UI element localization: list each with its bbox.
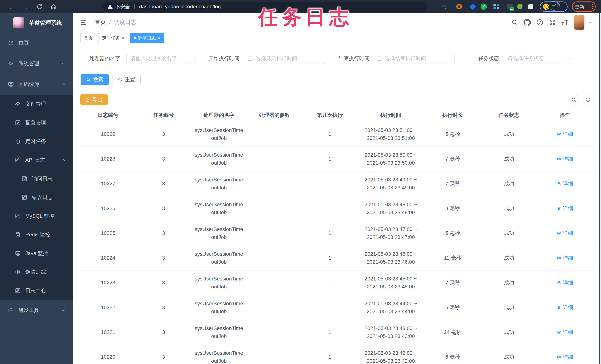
handler-name: sysUserSessionTimeoutJob	[195, 201, 243, 217]
detail-link[interactable]: 详细	[557, 254, 573, 262]
end-time-label: 结束执行时间	[339, 55, 370, 62]
search-icon[interactable]	[509, 16, 521, 29]
detail-link-label: 详细	[563, 254, 573, 262]
breadcrumb-home[interactable]: 首页	[95, 19, 106, 26]
browser-menu-icon[interactable]	[592, 4, 593, 9]
tab-scheduled-tasks[interactable]: 定时任务 ×	[99, 33, 128, 43]
extension-grid-icon[interactable]	[492, 3, 500, 10]
handler-name: sysUserSessionTimeoutJob	[195, 324, 243, 340]
divider	[134, 4, 135, 10]
browser-reload-icon[interactable]	[32, 0, 47, 13]
export-button[interactable]: 导出	[80, 94, 108, 105]
extension-green-icon[interactable]: ✓	[480, 3, 487, 10]
reset-button[interactable]: 重置	[112, 74, 140, 85]
exec-time-start: 2021-05-03 23:50:00 ~	[358, 151, 424, 159]
end-time-input[interactable]	[373, 53, 455, 64]
fullscreen-icon[interactable]	[546, 16, 559, 29]
github-icon[interactable]	[521, 16, 534, 29]
browser-forward-icon[interactable]: →	[19, 0, 32, 13]
close-icon[interactable]: ×	[158, 36, 160, 40]
eye-icon	[15, 269, 20, 275]
detail-link[interactable]: 详细	[557, 131, 573, 138]
sidebar-item-system[interactable]: 系统管理	[0, 53, 73, 74]
search-button[interactable]: 搜索	[81, 74, 109, 85]
detail-link[interactable]: 详细	[557, 354, 573, 361]
cell-exec-time: 2021-05-03 23:48:00 ~ 2021-05-03 23:48:0…	[358, 196, 424, 221]
detail-link[interactable]: 详细	[557, 279, 573, 286]
show-search-button[interactable]	[569, 95, 579, 105]
sidebar-item-dev-tools[interactable]: 研发工具	[0, 300, 73, 321]
sidebar-item-mysql-monitor[interactable]: MySQL 监控	[0, 207, 73, 225]
sidebar-item-home[interactable]: 首页	[0, 32, 73, 53]
end-time-picker[interactable]	[373, 53, 455, 64]
active-dot	[134, 37, 136, 39]
cell-actions: 详细	[537, 295, 593, 320]
sidebar-item-redis-monitor[interactable]: Redis 监控	[0, 225, 73, 244]
browser-update-button[interactable]: 更新	[572, 1, 596, 12]
help-icon[interactable]	[534, 16, 546, 29]
extension-leaf-icon[interactable]	[516, 3, 524, 10]
cell-exec-index: 1	[302, 246, 358, 270]
detail-link[interactable]: 详细	[557, 180, 573, 187]
font-size-icon[interactable]: TT	[559, 16, 571, 29]
browser-back-icon[interactable]: ←	[4, 0, 19, 13]
sidebar-item-config-management[interactable]: 配置管理	[0, 113, 73, 132]
table-row: 10225 3 sysUserSessionTimeoutJob 1 2021-…	[80, 221, 593, 246]
bookmark-star-icon[interactable]: ☆	[441, 3, 448, 10]
start-time-picker[interactable]	[244, 53, 325, 64]
cell-exec-index: 1	[302, 295, 358, 320]
hamburger-icon[interactable]	[79, 18, 87, 26]
extension-gem-icon[interactable]	[469, 3, 476, 10]
extension-on-badge-icon[interactable]: on	[506, 3, 514, 10]
handler-name: sysUserSessionTimeoutJob	[195, 250, 243, 266]
tab-label: 首页	[84, 35, 93, 41]
sidebar-item-scheduled-tasks[interactable]: 定时任务	[0, 132, 73, 151]
extension-puzzle-icon[interactable]	[527, 3, 534, 10]
browser-home-icon[interactable]	[47, 0, 60, 13]
table-toolbar: 导出	[80, 94, 593, 105]
sidebar-item-label: 系统管理	[19, 60, 39, 67]
address-bar[interactable]: 不安全 dashboard.yudao.iocoder.cn/job/log	[102, 2, 427, 12]
detail-link[interactable]: 详细	[557, 230, 573, 237]
refresh-table-button[interactable]	[583, 95, 593, 105]
cell-task-id: 3	[136, 246, 191, 270]
cell-exec-index: 1	[302, 122, 358, 147]
caret-down-icon[interactable]	[588, 20, 592, 25]
detail-link[interactable]: 详细	[557, 329, 573, 336]
table-row: 10227 3 sysUserSessionTimeoutJob 1 2021-…	[80, 171, 593, 196]
filter-form: 处理器的名字 开始执行时间 结束执行时间 任务状态 请选择任务状态	[80, 53, 593, 64]
start-time-input[interactable]	[244, 53, 325, 64]
sidebar-item-file-management[interactable]: 文件管理	[0, 95, 73, 113]
handler-name: sysUserSessionTimeoutJob	[195, 176, 243, 192]
cell-exec-time: 2021-05-03 23:50:00 ~ 2021-05-03 23:50:0…	[358, 147, 424, 171]
cell-status: 成功	[481, 221, 537, 246]
tab-home[interactable]: 首页	[80, 33, 96, 43]
detail-link[interactable]: 详细	[557, 205, 573, 212]
sidebar-item-label: 研发工具	[19, 307, 39, 314]
cell-task-id: 3	[136, 147, 191, 171]
cell-handler-param	[247, 320, 302, 344]
handler-name-input[interactable]	[126, 53, 195, 64]
sidebar-item-log-center[interactable]: 日志中心	[0, 281, 73, 300]
profile-paused-pill[interactable]: 已暂停	[540, 1, 568, 12]
chevron-up-icon	[61, 82, 66, 87]
detail-link[interactable]: 详细	[557, 155, 573, 162]
close-icon[interactable]: ×	[122, 36, 124, 40]
sidebar-item-access-log[interactable]: 访问日志	[0, 169, 73, 188]
task-status-select[interactable]: 请选择任务状态	[504, 53, 574, 64]
sidebar-item-infrastructure[interactable]: 基础设施	[0, 74, 73, 95]
app-logo-row[interactable]: 芋道管理系统	[0, 13, 73, 32]
sidebar-item-java-monitor[interactable]: Java 监控	[0, 244, 73, 263]
cell-actions: 详细	[537, 246, 593, 270]
extension-orange-icon[interactable]	[455, 3, 463, 10]
sidebar-item-api-log[interactable]: API 日志	[0, 151, 73, 169]
exec-time-start: 2021-05-03 23:51:00 ~	[358, 126, 424, 134]
user-avatar[interactable]	[574, 15, 585, 30]
exec-time-start: 2021-05-03 23:48:00 ~	[358, 201, 424, 208]
detail-link[interactable]: 详细	[557, 304, 573, 311]
scrollbar-thumb[interactable]	[599, 13, 600, 364]
cell-status: 成功	[481, 171, 537, 196]
sidebar-item-error-log[interactable]: 错误日志	[0, 188, 73, 207]
sidebar-item-trace[interactable]: 链路追踪	[0, 263, 73, 281]
tab-schedule-log[interactable]: 调度日志 ×	[130, 33, 164, 43]
